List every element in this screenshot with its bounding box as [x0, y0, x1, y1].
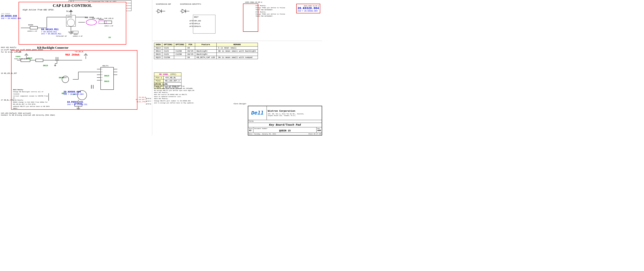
fuse-part: FUSE-D5A67-2-GP: [14, 58, 28, 60]
cap-led-note-active: CAP_LED:(Default HIGH actived) Connect t…: [1, 112, 55, 116]
cap-led-dy-label: DY: [108, 37, 111, 39]
dn15-5: DN15: [104, 80, 109, 83]
svg-text:KBLIT1: KBLIT1: [102, 65, 108, 67]
option2-header: OPTION2: [174, 43, 186, 47]
left-schematic-panel: 27 NC (reserved for CAP LK LED) 28 NC (r…: [0, 0, 152, 136]
svg-rect-45: [36, 59, 43, 62]
svg-text:PDTA143ET-GP: PDTA143ET-GP: [56, 35, 67, 37]
svg-text:100R2J-2-GP: 100R2J-2-GP: [73, 35, 82, 37]
skew-options-table: SKEW OPTION1 OPTION2 PIN Feature REMARK …: [154, 43, 258, 59]
feature-header: Feature: [195, 43, 216, 47]
svg-rect-30: [72, 31, 78, 33]
dn15-1: DN15: [27, 57, 32, 59]
table-row: DN13 C12S C12SB 30/25 Backlight SB is me…: [154, 50, 258, 53]
svg-text:2: 2: [101, 71, 102, 73]
svg-point-8: [67, 19, 75, 26]
5v-kb-bl-label: +5V_KB_BL: [75, 51, 84, 53]
svg-text:4: 4: [101, 77, 102, 78]
core-design-label: <Core Design>: [233, 103, 246, 105]
svg-text:TP_VDD: TP_VDD: [195, 20, 201, 22]
svg-text:0927: 0927: [194, 16, 198, 18]
pin-net-labels-right: +5V_KB_BL KB LED DET_C KB_BL_CTRL#: [136, 96, 146, 103]
table-row: Pin2 KB_LED_DET_C: [154, 79, 181, 83]
kb-bl-bom: 20.K0589.004 2nd = 20.K0613.004: [64, 91, 84, 95]
svg-point-15: [86, 20, 96, 25]
title-block-bottom: Size A3 Document Number QUEEN 15 Rev A00: [248, 127, 322, 133]
main-container: 27 NC (reserved for CAP LK LED) 28 NC (r…: [0, 0, 322, 136]
svg-text:R6907: R6907: [74, 34, 78, 35]
svg-text:ACES-CON4-10-5P-U: ACES-CON4-10-5P-U: [245, 2, 262, 3]
svg-rect-13: [99, 21, 106, 24]
dell-logo: Dell: [248, 106, 267, 120]
dn15-4: DN15: [104, 75, 109, 77]
svg-text:CAP_LED_R: CAP_LED_R: [104, 18, 114, 20]
table-row: Pin 1 +5V_KB_BL: [154, 76, 181, 79]
svg-text:5: 5: [101, 79, 102, 81]
pin-header: PIN: [186, 43, 195, 47]
svg-text:CAP_LED_R: CAP_LED_R: [92, 18, 101, 20]
svg-text:AFTP74: AFTP74: [189, 23, 195, 25]
dn15-2: DN15: [43, 65, 48, 67]
right-top-section: SC33P50V2JN-3GP SC33P50V2JN-3GPAFTP71 AC…: [152, 0, 322, 41]
skew-header: SKEW: [154, 43, 162, 47]
svg-rect-9: [30, 26, 38, 29]
svg-text:AFTP73: AFTP73: [189, 20, 195, 22]
option1-header: OPTION1: [162, 43, 174, 47]
svg-marker-91: [182, 9, 186, 13]
svg-marker-87: [158, 9, 162, 13]
kb-led-net-label: 18 KB_LED_BL_DET: [1, 73, 17, 74]
rev-cell: Rev A00: [316, 127, 322, 133]
svg-rect-55: [100, 67, 114, 90]
title-label-row: Title: [248, 120, 322, 123]
svg-text:1: 1: [101, 68, 102, 70]
remark-header: REMARK: [216, 43, 258, 47]
0901-modify-notes: 0901 X01 Modify: Change KBLIT1 to 20.K03…: [154, 83, 195, 104]
svg-text:3: 3: [101, 74, 102, 76]
title-block: Dell Wistron Corporation 21F, 88, Sec.1,…: [248, 106, 322, 136]
svg-text:Q6902: Q6902: [67, 16, 72, 18]
svg-text:15KR2J-1-GP: 15KR2J-1-GP: [27, 30, 37, 32]
svg-rect-19: [104, 21, 112, 24]
right-panel: SC33P50V2JN-3GP SC33P50V2JN-3GPAFTP71 AC…: [152, 0, 322, 136]
svg-text:SC33P50V2JN-3GP: SC33P50V2JN-3GP: [156, 3, 171, 5]
svg-text:1KR2J-1-GP: 1KR2J-1-GP: [104, 25, 113, 27]
max-current-label: MAX 260mA: [65, 53, 80, 56]
size-cell: Size A3: [248, 127, 254, 133]
table-row: DQ13 C12S 30 S is mean small: [154, 47, 258, 50]
aftp-labels-left: AFTP76 AFTP77 AFTP78: [146, 97, 151, 105]
dn15-3: DN15: [59, 77, 64, 79]
cap-led-bom-main: 84.00143.M11 = 84.02143.011 3rd = 84.001…: [41, 28, 61, 35]
table-row: DN15 C12S C12SB 30/25 Backlight: [154, 53, 258, 56]
title-block-date-sheet: Date: Tuesday, January 04, 2011 Sheet 68…: [248, 133, 322, 135]
f6901-label: F6901: [16, 56, 20, 58]
doc-number-cell: Document Number QUEEN 15: [254, 127, 316, 133]
cap-led-notes: 0915 X01 Modify: un-stuff R6907 and stuf…: [1, 47, 43, 54]
cap-led-control-box: CAP LED CONTROL High Active from KBC GPI…: [18, 2, 126, 45]
svg-text:TPDATA: TPDATA: [195, 26, 201, 28]
kb-bl-ctrl-net-label: 27 KB_BL_CTRL: [1, 99, 14, 101]
svg-text:AFTP75: AFTP75: [189, 26, 195, 28]
top-right-bom-box: ACES-CON4-10-5P-U 20.K0320.004 2nd = 20.…: [296, 4, 320, 13]
0624-modify-notes: 0624 Modify: Change KB Backlight control…: [13, 89, 50, 110]
svg-text:R6905: R6905: [28, 24, 33, 26]
company-info: Wistron Corporation 21F, 88, Sec.1, Hsin…: [267, 106, 305, 120]
title-block-company: Dell Wistron Corporation 21F, 88, Sec.1,…: [248, 106, 322, 120]
svg-text:TPCLK: TPCLK: [195, 23, 200, 25]
svg-text:SC33P50V2JN-3GPAFTP71: SC33P50V2JN-3GPAFTP71: [180, 3, 201, 5]
0707-modify-notes: 0707 Modify: Change TPAD1 pin define to …: [256, 5, 285, 17]
title-block-middle: Key Board/Touch Pad: [248, 123, 322, 127]
table-row: DQ15 C12SN 30 KB_DET#,CAP LED SN is mean…: [154, 56, 258, 59]
left-connector-info: JAE-CON30 20.K0565.030 2nd = 20.K0592.03…: [1, 13, 21, 20]
q6901-bom: 84.P8503.031 2nd = 84.03404.C31: [67, 101, 87, 106]
mb-conn-header: MB CONN. (FFC): [154, 73, 181, 76]
